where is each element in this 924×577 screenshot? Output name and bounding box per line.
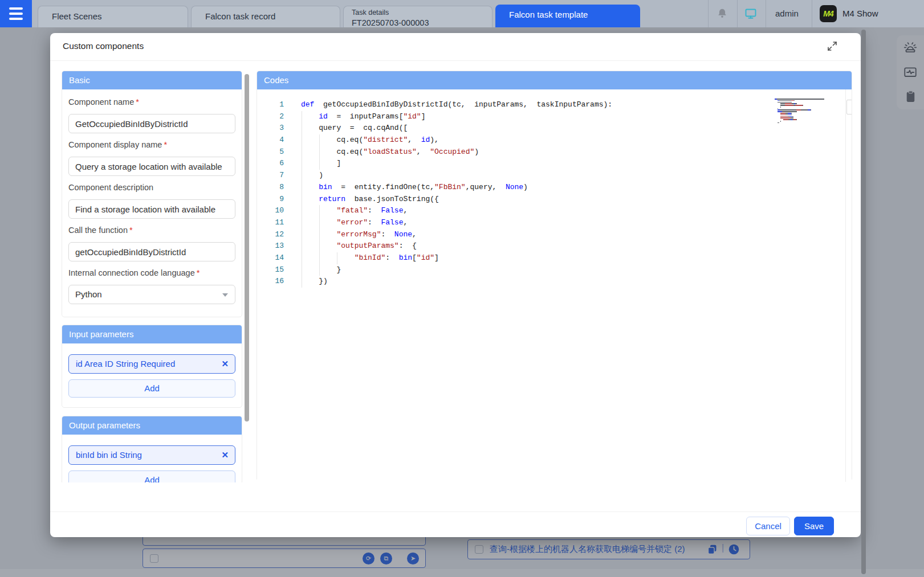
code-line: 12 "errorMsg": None, <box>257 229 852 241</box>
hamburger-menu-icon[interactable] <box>0 0 32 27</box>
input-parameters-section: Input parameters id Area ID String Requi… <box>62 325 242 408</box>
code-line: 10 "fatal": False, <box>257 205 852 217</box>
line-number: 16 <box>257 276 291 288</box>
line-number: 11 <box>257 217 291 229</box>
output-parameter-item: binId bin id String ✕ <box>68 445 235 465</box>
cancel-button[interactable]: Cancel <box>746 517 790 535</box>
screen: ⟳ ⧉ ➤ 查询-根据楼上的机器人名称获取电梯编号并锁定 (2) | <box>0 0 924 577</box>
line-number: 1 <box>257 99 291 111</box>
component-name-label: Component name* <box>68 97 235 109</box>
component-name-field[interactable] <box>68 114 235 133</box>
codes-section: Codes 1def getOccupiedBinIdByDistrictId(… <box>257 71 852 481</box>
basic-section: Basic Component name* Component display … <box>62 71 242 317</box>
code-editor[interactable]: 1def getOccupiedBinIdByDistrictId(tc, in… <box>257 89 852 482</box>
line-number: 13 <box>257 240 291 252</box>
add-output-parameter-button[interactable]: Add <box>68 470 235 482</box>
left-column: Basic Component name* Component display … <box>62 71 242 482</box>
required-asterisk: * <box>197 268 200 277</box>
code-line: 5 cq.eq("loadStatus", "Occupied") <box>257 146 852 158</box>
line-number: 9 <box>257 194 291 206</box>
tab-falcon-task-record[interactable]: Falcon task record <box>191 6 340 27</box>
required-asterisk: * <box>164 140 167 149</box>
required-asterisk: * <box>136 97 139 107</box>
line-number: 14 <box>257 252 291 264</box>
code-line: 16 }) <box>257 276 852 288</box>
brand-name: M4 Show <box>842 0 878 27</box>
output-parameters-section: Output parameters binId bin id String ✕ … <box>62 416 242 482</box>
line-number: 15 <box>257 264 291 276</box>
line-number: 6 <box>257 158 291 170</box>
code-language-select[interactable]: Python <box>68 285 235 304</box>
expand-icon[interactable] <box>827 40 839 53</box>
top-navigation-bar: Fleet Scenes Falcon task record Task det… <box>0 0 924 27</box>
monitor-icon[interactable] <box>744 7 758 21</box>
line-number: 10 <box>257 205 291 217</box>
chevron-down-icon <box>222 293 228 297</box>
remove-parameter-icon[interactable]: ✕ <box>221 355 229 373</box>
bell-icon[interactable] <box>716 7 728 20</box>
code-line: 11 "error": False, <box>257 217 852 229</box>
left-column-scrollbar[interactable] <box>245 74 249 422</box>
line-number: 3 <box>257 122 291 134</box>
line-number: 8 <box>257 182 291 194</box>
tab-falcon-task-template[interactable]: Falcon task template <box>495 5 640 27</box>
code-line: 13 "outputParams": { <box>257 240 852 252</box>
required-asterisk: * <box>129 226 133 235</box>
tab-fleet-scenes[interactable]: Fleet Scenes <box>38 6 188 27</box>
header-divider <box>50 60 861 61</box>
remove-parameter-icon[interactable]: ✕ <box>221 446 229 464</box>
component-display-name-label: Component display name* <box>68 140 235 152</box>
footer-divider <box>50 511 861 512</box>
code-line: 7 ) <box>257 170 852 182</box>
page-scrollbar[interactable] <box>861 30 866 574</box>
call-function-field[interactable] <box>68 242 235 261</box>
dialog-title: Custom components <box>63 41 144 51</box>
line-number: 4 <box>257 134 291 146</box>
line-number: 2 <box>257 111 291 123</box>
code-line: 4 cq.eq("district", id), <box>257 134 852 146</box>
line-number: 12 <box>257 229 291 241</box>
component-description-label: Component description* <box>68 183 235 194</box>
output-parameters-header: Output parameters <box>62 416 242 435</box>
component-display-name-field[interactable] <box>68 157 235 176</box>
code-line: 2 id = inputParams["id"] <box>257 111 852 123</box>
code-line: 8 bin = entity.findOne(tc,"FbBin",query,… <box>257 182 852 194</box>
component-description-field[interactable] <box>68 199 235 219</box>
basic-section-header: Basic <box>62 71 242 89</box>
code-line: 1def getOccupiedBinIdByDistrictId(tc, in… <box>257 99 852 111</box>
input-parameter-item: id Area ID String Required ✕ <box>68 354 235 374</box>
brand-logo: M4 <box>820 5 837 22</box>
line-number: 7 <box>257 170 291 182</box>
code-language-label: Internal connection code language* <box>68 268 235 280</box>
line-number: 5 <box>257 146 291 158</box>
codes-section-header: Codes <box>257 71 852 89</box>
code-line: 15 } <box>257 264 852 276</box>
code-line: 9 return base.jsonToString({ <box>257 194 852 206</box>
add-input-parameter-button[interactable]: Add <box>68 379 235 398</box>
code-line: 14 "binId": bin["id"] <box>257 252 852 264</box>
call-function-label: Call the function* <box>68 226 235 237</box>
tab-task-details[interactable]: Task details FT20250703-000003 <box>343 6 492 27</box>
user-menu[interactable]: admin <box>775 0 799 27</box>
input-parameters-header: Input parameters <box>62 325 242 343</box>
code-line: 3 query = cq.cqAnd([ <box>257 122 852 134</box>
custom-components-dialog: Custom components Basic Component name* … <box>50 33 861 537</box>
save-button[interactable]: Save <box>794 517 834 535</box>
code-line: 6 ] <box>257 158 852 170</box>
